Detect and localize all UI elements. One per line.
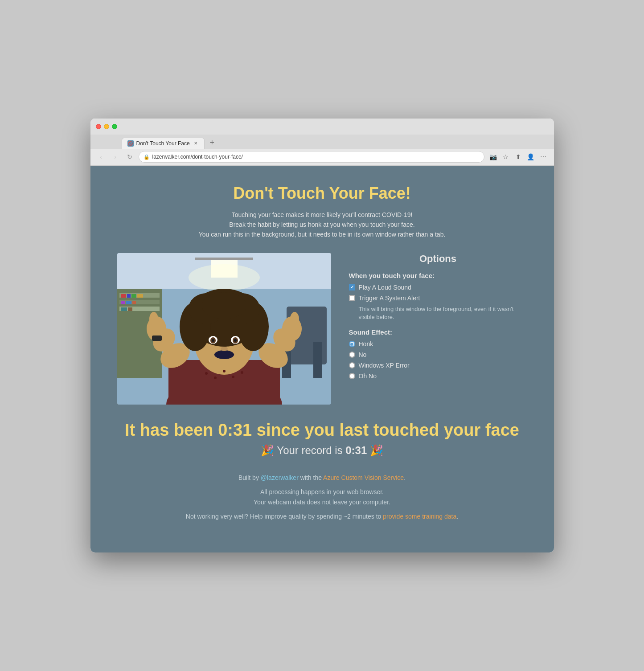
tab-favicon: 🚫 <box>127 140 134 147</box>
sound-effect-title: Sound Effect: <box>349 328 527 336</box>
camera-icon[interactable]: 📷 <box>488 151 499 162</box>
built-by-prefix: Built by <box>238 474 261 481</box>
profile-icon[interactable]: 👤 <box>525 151 536 162</box>
svg-point-46 <box>221 347 228 351</box>
new-tab-button[interactable]: + <box>206 137 218 149</box>
alert-description: This will bring this window to the foreg… <box>359 305 527 321</box>
training-suffix: . <box>456 513 458 520</box>
svg-point-49 <box>214 376 217 379</box>
tab-title: Don't Touch Your Face <box>136 140 190 147</box>
svg-rect-15 <box>132 301 136 304</box>
training-line: Not working very well? Help improve qual… <box>117 511 527 521</box>
svg-point-51 <box>232 376 234 378</box>
options-panel: Options When you touch your face: Play A… <box>349 253 527 383</box>
svg-point-50 <box>223 370 226 372</box>
forward-button[interactable]: › <box>110 151 121 162</box>
svg-rect-7 <box>119 300 160 304</box>
honk-radio[interactable] <box>349 341 355 347</box>
svg-point-38 <box>202 292 246 319</box>
radio-windows-xp[interactable]: Windows XP Error <box>349 362 527 369</box>
lock-icon: 🔒 <box>144 154 150 160</box>
system-alert-checkbox[interactable] <box>349 295 355 301</box>
page-content: Don't Touch Your Face! Touching your fac… <box>90 166 554 553</box>
svg-point-4 <box>189 264 260 291</box>
page-subtitle: Touching your face makes it more likely … <box>117 210 527 240</box>
address-bar[interactable]: 🔒 lazerwalker.com/dont-touch-your-face/ <box>139 151 484 163</box>
no-radio[interactable] <box>349 352 355 358</box>
page-title: Don't Touch Your Face! <box>117 184 527 203</box>
windows-xp-radio[interactable] <box>349 362 355 368</box>
svg-point-45 <box>214 350 234 359</box>
system-alert-label: Trigger A System Alert <box>359 295 420 302</box>
oh-no-radio[interactable] <box>349 373 355 379</box>
browser-chrome: 🚫 Don't Touch Your Face ✕ + ‹ › ↻ 🔒 laze… <box>90 119 554 166</box>
browser-actions: 📷 ☆ ⬆ 👤 ⋯ <box>488 151 549 162</box>
training-prefix: Not working very well? Help improve qual… <box>186 513 383 520</box>
svg-point-48 <box>205 372 208 375</box>
webcam-feed <box>117 253 331 405</box>
svg-rect-13 <box>121 301 125 304</box>
timer-display: It has been 0:31 since you last touched … <box>117 421 527 440</box>
svg-rect-2 <box>195 258 253 260</box>
options-title: Options <box>349 253 527 265</box>
subtitle-line3: You can run this in the background, but … <box>199 231 446 238</box>
record-line: 🎉 Your record is 0:31 🎉 <box>117 444 527 457</box>
svg-point-30 <box>290 312 299 326</box>
checkbox-system-alert[interactable]: Trigger A System Alert <box>349 295 527 302</box>
svg-rect-17 <box>128 307 132 311</box>
processing-line1: All processing happens in your web brows… <box>260 488 384 495</box>
play-sound-label: Play A Loud Sound <box>359 284 411 291</box>
radio-oh-no[interactable]: Oh No <box>349 372 527 380</box>
svg-rect-14 <box>126 301 131 304</box>
windows-xp-label: Windows XP Error <box>359 362 410 369</box>
maximize-button[interactable] <box>112 124 117 129</box>
author-link[interactable]: @lazerwalker <box>261 474 299 481</box>
refresh-button[interactable]: ↻ <box>124 151 135 162</box>
tab-close-icon[interactable]: ✕ <box>193 140 199 147</box>
back-button[interactable]: ‹ <box>96 151 107 162</box>
subtitle-line1: Touching your face makes it more likely … <box>232 211 413 218</box>
built-by-middle: with the <box>299 474 323 481</box>
share-icon[interactable]: ⬆ <box>513 151 524 162</box>
training-link[interactable]: provide some training data <box>383 513 456 520</box>
subtitle-line2: Break the habit by letting us honk at yo… <box>229 221 414 228</box>
timer-section: It has been 0:31 since you last touched … <box>117 421 527 457</box>
close-button[interactable] <box>96 124 101 129</box>
no-label: No <box>359 351 367 358</box>
bookmark-icon[interactable]: ☆ <box>500 151 511 162</box>
radio-no[interactable]: No <box>349 351 527 358</box>
svg-rect-20 <box>313 342 322 378</box>
svg-rect-16 <box>121 307 127 311</box>
svg-rect-9 <box>121 294 126 298</box>
browser-addressbar: ‹ › ↻ 🔒 lazerwalker.com/dont-touch-your-… <box>90 149 554 166</box>
traffic-lights <box>96 124 117 129</box>
svg-point-26 <box>149 312 158 326</box>
footer-section: Built by @lazerwalker with the Azure Cus… <box>117 473 527 522</box>
built-by-line: Built by @lazerwalker with the Azure Cus… <box>117 473 527 483</box>
svg-rect-11 <box>131 294 136 298</box>
menu-icon[interactable]: ⋯ <box>538 151 549 162</box>
record-value: 0:31 <box>345 444 367 456</box>
processing-line2: Your webcam data does not leave your com… <box>254 499 390 506</box>
main-section: Options When you touch your face: Play A… <box>117 253 527 405</box>
record-suffix: 🎉 <box>367 444 383 456</box>
svg-point-44 <box>234 339 237 342</box>
svg-point-52 <box>241 371 243 374</box>
built-by-suffix: . <box>404 474 406 481</box>
browser-tabs: 🚫 Don't Touch Your Face ✕ + <box>90 135 554 149</box>
radio-honk[interactable]: Honk <box>349 340 527 348</box>
minimize-button[interactable] <box>104 124 109 129</box>
record-prefix: 🎉 Your record is <box>261 444 345 456</box>
svg-rect-47 <box>152 336 162 341</box>
browser-titlebar <box>90 119 554 135</box>
processing-line: All processing happens in your web brows… <box>117 487 527 507</box>
url-text: lazerwalker.com/dont-touch-your-face/ <box>152 154 243 160</box>
svg-rect-12 <box>137 294 143 298</box>
svg-point-43 <box>212 339 214 342</box>
service-link[interactable]: Azure Custom Vision Service <box>323 474 404 481</box>
oh-no-label: Oh No <box>359 372 377 380</box>
checkbox-play-sound[interactable]: Play A Loud Sound <box>349 284 527 291</box>
honk-label: Honk <box>359 340 373 348</box>
play-sound-checkbox[interactable] <box>349 284 355 290</box>
active-tab[interactable]: 🚫 Don't Touch Your Face ✕ <box>122 138 205 149</box>
